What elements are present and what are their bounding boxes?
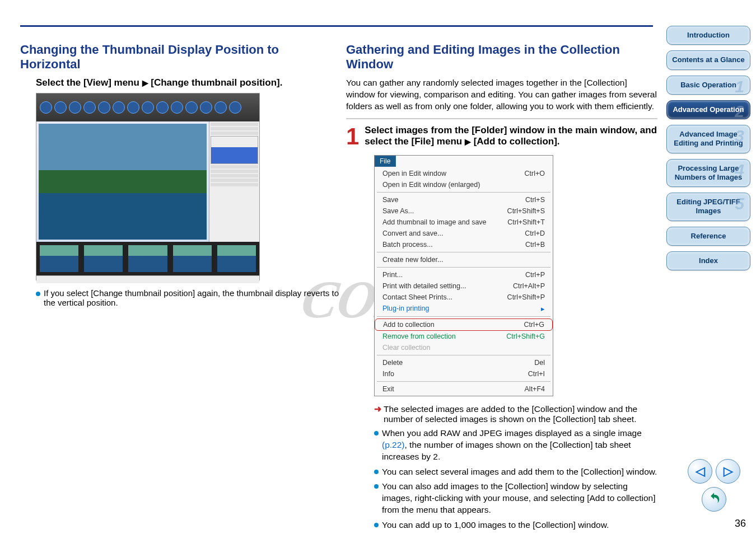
arrow-icon: ➜ <box>374 404 381 424</box>
note-raw-jpeg: When you add RAW and JPEG images display… <box>374 428 657 463</box>
bullet-icon <box>374 523 379 527</box>
b1b: , the number of images shown on the [Col… <box>382 440 631 461</box>
notes-list: When you add RAW and JPEG images display… <box>374 428 657 531</box>
result-note: ➜ The selected images are added to the [… <box>374 404 657 424</box>
screenshot-toolbar <box>36 93 259 121</box>
menu-print: Print...Ctrl+P <box>375 269 553 280</box>
top-rule <box>20 25 653 27</box>
thumb <box>128 245 167 272</box>
step-1-instruction: Select images from the [Folder] window i… <box>365 125 657 147</box>
status-bar <box>36 275 259 283</box>
histogram <box>211 136 258 164</box>
triangle-icon: ▶ <box>142 78 148 87</box>
menu-info: InfoCtrl+I <box>375 368 553 380</box>
menu-add-collection-highlighted: Add to collectionCtrl+G <box>375 318 553 331</box>
toolbar-icon <box>171 101 183 114</box>
thumb <box>217 245 256 272</box>
file-menu-tab: File <box>375 156 396 167</box>
thumb <box>40 245 78 272</box>
return-button[interactable] <box>702 487 726 512</box>
screenshot-main <box>36 121 259 242</box>
adjustment-panel <box>209 121 259 242</box>
note-revert: If you select [Change thumbnail position… <box>36 288 339 307</box>
prev-page-button[interactable]: ◁ <box>688 459 712 484</box>
note-right-click: You can also add images to the [Collecti… <box>374 481 657 516</box>
menu-batch: Batch process...Ctrl+B <box>375 239 553 250</box>
menu-add-thumb-save: Add thumbnail to image and saveCtrl+Shif… <box>375 217 553 228</box>
toolbar-icon <box>200 101 212 114</box>
toolbar-icon <box>156 101 169 114</box>
thumbnail-strip <box>36 242 259 275</box>
menu-delete: DeleteDel <box>375 357 553 368</box>
nav-introduction[interactable]: Introduction <box>666 26 750 45</box>
menu-open-enlarged: Open in Edit window (enlarged) <box>375 179 553 190</box>
page-nav-controls: ◁ ▷ <box>688 459 740 512</box>
menu-convert-save: Convert and save...Ctrl+D <box>375 228 553 239</box>
triangle-icon: ▶ <box>465 137 471 146</box>
heading-thumbnail-position: Changing the Thumbnail Display Position … <box>20 43 339 72</box>
note-text: If you select [Change thumbnail position… <box>44 288 339 307</box>
step-1: 1 Select images from the [Folder] window… <box>346 125 657 152</box>
menu-save: SaveCtrl+S <box>375 194 553 205</box>
chapter-sidebar: Introduction Contents at a Glance Basic … <box>666 26 750 270</box>
menu-print-detailed: Print with detailed setting...Ctrl+Alt+P <box>375 280 553 292</box>
screenshot-dpp-window <box>36 93 260 280</box>
return-icon <box>706 491 722 507</box>
toolbar-icon <box>142 101 154 114</box>
b3: You can also add images to the [Collecti… <box>382 481 657 516</box>
instr-part-b: [Change thumbnail position]. <box>148 77 283 88</box>
step-number: 1 <box>346 125 359 152</box>
nav-advanced-editing[interactable]: Advanced Image Editing and Printing3 <box>666 125 750 153</box>
instruction-view-menu: Select the [View] menu ▶ [Change thumbna… <box>36 77 339 88</box>
note-select-several: You can select several images and add th… <box>374 466 657 478</box>
toolbar-icon <box>69 101 81 114</box>
file-menu-screenshot: File Open in Edit windowCtrl+O Open in E… <box>374 155 553 396</box>
nav-reference[interactable]: Reference <box>666 227 750 246</box>
right-column: Gathering and Editing Images in the Coll… <box>346 43 657 534</box>
toolbar-icon <box>229 101 241 114</box>
menu-new-folder: Create new folder... <box>375 254 553 265</box>
menu-clear-collection: Clear collection <box>375 342 553 353</box>
section-divider <box>346 118 657 119</box>
next-page-button[interactable]: ▷ <box>716 459 740 484</box>
b4: You can add up to 1,000 images to the [C… <box>382 519 609 531</box>
menu-exit: ExitAlt+F4 <box>375 383 553 395</box>
toolbar-icon <box>40 101 52 114</box>
preview-photo <box>39 124 207 240</box>
thumb <box>173 245 212 272</box>
result-text: The selected images are added to the [Co… <box>384 404 657 424</box>
toolbar-icon <box>127 101 139 114</box>
nav-large-numbers[interactable]: Processing Large Numbers of Images4 <box>666 159 750 188</box>
menu-save-as: Save As...Ctrl+Shift+S <box>375 205 553 217</box>
nav-contents[interactable]: Contents at a Glance <box>666 50 750 69</box>
instr-part-a: Select the [View] menu <box>36 77 142 88</box>
heading-collection-window: Gathering and Editing Images in the Coll… <box>346 43 657 72</box>
b2: You can select several images and add th… <box>382 466 657 478</box>
toolbar-icon <box>214 101 227 114</box>
b1a: When you add RAW and JPEG images display… <box>382 428 642 438</box>
bullet-icon <box>36 292 40 296</box>
toolbar-icon <box>113 101 125 114</box>
menu-contact-sheet: Contact Sheet Prints...Ctrl+Shift+P <box>375 292 553 303</box>
left-column: Changing the Thumbnail Display Position … <box>20 43 339 307</box>
bullet-icon <box>374 470 379 474</box>
nav-editing-jpeg-tiff[interactable]: Editing JPEG/TIFF Images5 <box>666 193 750 221</box>
intro-collection: You can gather any randomly selected ima… <box>346 77 657 113</box>
toolbar-icon <box>83 101 96 114</box>
note-limit-1000: You can add up to 1,000 images to the [C… <box>374 519 657 531</box>
nav-basic-operation[interactable]: Basic Operation1 <box>666 76 750 95</box>
link-p22[interactable]: (p.22) <box>382 440 405 449</box>
bullet-icon <box>374 431 379 435</box>
menu-plugin-printing: Plug-in printing▸ <box>375 303 553 315</box>
toolbar-icon <box>185 101 198 114</box>
page-number: 36 <box>735 518 746 530</box>
bullet-icon <box>374 484 379 489</box>
menu-remove-collection: Remove from collectionCtrl+Shift+G <box>375 331 553 342</box>
toolbar-icon <box>54 101 67 114</box>
nav-advanced-operation[interactable]: Advanced Operation2 <box>666 100 750 119</box>
nav-index[interactable]: Index <box>666 251 750 270</box>
thumb <box>84 245 123 272</box>
toolbar-icon <box>98 101 110 114</box>
menu-open-edit: Open in Edit windowCtrl+O <box>375 168 553 179</box>
step1-b: [Add to collection]. <box>471 136 560 147</box>
